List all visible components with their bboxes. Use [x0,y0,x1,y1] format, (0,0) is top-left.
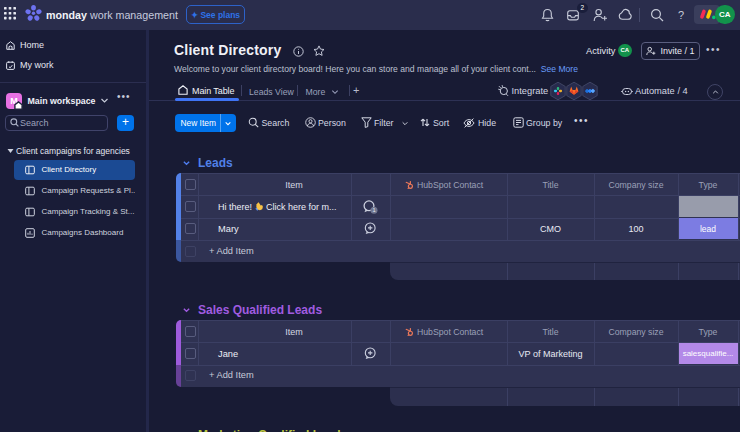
svg-text:1: 1 [372,207,375,213]
